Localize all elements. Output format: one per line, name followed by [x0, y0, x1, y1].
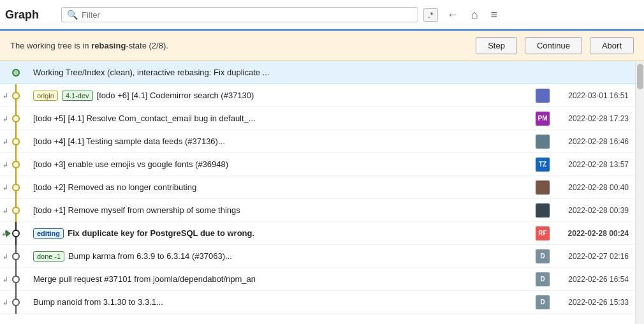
svg-text:↲: ↲ — [3, 276, 8, 283]
svg-point-31 — [13, 299, 19, 306]
commit-content: [todo +2] Removed as no longer contribut… — [32, 182, 536, 192]
commit-date: 2022-02-28 00:24 — [550, 229, 633, 238]
commit-content: Working Tree/Index (clean), interactive … — [32, 68, 633, 77]
abort-button[interactable]: Abort — [590, 37, 634, 54]
svg-point-15 — [13, 184, 19, 191]
commit-message: [todo +6] [4.1] Codemirror search (#3713… — [97, 91, 536, 100]
tag-badge: done -1 — [33, 251, 64, 261]
menu-icon: ≡ — [491, 8, 498, 21]
svg-text:↲: ↲ — [3, 253, 8, 260]
avatar — [536, 89, 550, 103]
graph-dot-cell: ↲ — [0, 176, 32, 199]
avatar: TZ — [536, 158, 550, 172]
graph-dot-cell: ↲ — [0, 153, 32, 176]
avatar: D — [536, 249, 550, 263]
commit-message: Bump karma from 6.3.9 to 6.3.14 (#37063)… — [68, 251, 536, 261]
graph-dot-cell: ↲ — [0, 245, 32, 268]
avatar — [536, 135, 550, 149]
svg-point-12 — [13, 161, 19, 168]
svg-text:↲: ↲ — [1, 230, 7, 237]
commit-row[interactable]: ↲[todo +1] Remove myself from ownership … — [0, 199, 635, 222]
commit-message: [todo +5] [4.1] Resolve Com_contact_emai… — [33, 114, 536, 123]
commit-date: 2022-02-28 16:46 — [550, 137, 633, 146]
commit-message: [todo +4] [4.1] Testing sample data feed… — [33, 136, 536, 146]
avatar — [536, 180, 550, 195]
commit-content: Bump nanoid from 3.1.30 to 3.3.1... — [32, 297, 536, 307]
commit-message: Bump nanoid from 3.1.30 to 3.3.1... — [33, 297, 536, 307]
commit-message: Fix duplicate key for PostgreSQL due to … — [68, 228, 536, 238]
svg-point-9 — [13, 138, 19, 145]
graph-dot-cell: ↲ — [0, 222, 32, 245]
filter-input-wrap: 🔍 — [61, 7, 418, 22]
commit-date: 2022-02-28 00:40 — [550, 183, 633, 192]
graph-dot-cell: ↲ — [0, 84, 32, 107]
app-title: Graph — [5, 8, 56, 22]
commit-content: done -1Bump karma from 6.3.9 to 6.3.14 (… — [32, 251, 536, 261]
svg-point-22 — [13, 230, 19, 237]
svg-text:↲: ↲ — [3, 207, 8, 214]
graph-dot-cell: ↲ — [0, 130, 32, 153]
tag-badge-branch: 4.1-dev — [62, 91, 93, 101]
avatar: D — [536, 272, 550, 286]
svg-text:↲: ↲ — [3, 92, 8, 99]
back-button[interactable]: ← — [443, 6, 462, 24]
commit-content: [todo +5] [4.1] Resolve Com_contact_emai… — [32, 114, 536, 123]
home-icon: ⌂ — [471, 8, 478, 21]
graph-dot-cell: ↲ — [0, 268, 32, 291]
svg-text:↲: ↲ — [3, 161, 8, 168]
commit-row[interactable]: ↲[todo +3] enable use emojis vs google f… — [0, 153, 635, 176]
commit-date: 2022-02-28 00:39 — [550, 206, 633, 215]
commit-row[interactable]: ↲origin4.1-dev[todo +6] [4.1] Codemirror… — [0, 84, 635, 107]
svg-point-6 — [13, 115, 19, 122]
commit-content: editingFix duplicate key for PostgreSQL … — [32, 228, 536, 239]
graph-dot-cell: ↲ — [0, 199, 32, 222]
svg-point-18 — [13, 207, 19, 214]
commit-row[interactable]: ↲Bump nanoid from 3.1.30 to 3.3.1...D202… — [0, 291, 635, 314]
commit-date: 2022-02-27 02:16 — [550, 252, 633, 261]
commit-content: [todo +3] enable use emojis vs google fo… — [32, 159, 536, 169]
graph-dot-cell: ↲ — [0, 107, 32, 130]
commit-content: Merge pull request #37101 from joomla/de… — [32, 274, 536, 284]
menu-button[interactable]: ≡ — [487, 6, 502, 24]
svg-point-28 — [13, 276, 19, 283]
tag-badge: origin — [33, 91, 58, 101]
regex-button[interactable]: .* — [423, 8, 438, 22]
scrollbar[interactable] — [635, 61, 644, 324]
commit-row[interactable]: ↲Merge pull request #37101 from joomla/d… — [0, 268, 635, 291]
rebase-message: The working tree is in rebasing-state (2… — [10, 41, 468, 50]
avatar: PM — [536, 112, 550, 126]
filter-input[interactable] — [82, 10, 413, 20]
scrollbar-thumb[interactable] — [637, 64, 643, 89]
commit-date: 2022-02-26 16:54 — [550, 275, 633, 284]
commit-row[interactable]: Working Tree/Index (clean), interactive … — [0, 61, 635, 84]
commit-date: 2022-03-01 16:51 — [550, 91, 633, 100]
avatar — [536, 203, 550, 217]
commit-message: [todo +1] Remove myself from ownership o… — [33, 205, 536, 215]
commit-message: Merge pull request #37101 from joomla/de… — [33, 274, 536, 284]
commit-date: 2022-02-28 17:23 — [550, 114, 633, 123]
commit-content: [todo +4] [4.1] Testing sample data feed… — [32, 136, 536, 146]
graph-area: Working Tree/Index (clean), interactive … — [0, 61, 644, 324]
svg-text:↲: ↲ — [3, 138, 8, 145]
svg-text:↲: ↲ — [3, 298, 8, 306]
header: Graph 🔍 .* ← ⌂ ≡ — [0, 0, 644, 31]
commit-message: [todo +2] Removed as no longer contribut… — [33, 182, 536, 192]
continue-button[interactable]: Continue — [525, 37, 582, 54]
graph-dot-cell — [0, 61, 32, 84]
commit-row[interactable]: ↲[todo +5] [4.1] Resolve Com_contact_ema… — [0, 107, 635, 130]
graph-dot-cell: ↲ — [0, 291, 32, 314]
svg-text:↲: ↲ — [3, 184, 8, 191]
commit-row[interactable]: ↲done -1Bump karma from 6.3.9 to 6.3.14 … — [0, 245, 635, 268]
commit-message: [todo +3] enable use emojis vs google fo… — [33, 159, 536, 169]
step-button[interactable]: Step — [476, 37, 517, 54]
commit-row[interactable]: ↲[todo +2] Removed as no longer contribu… — [0, 176, 635, 199]
avatar: D — [536, 295, 550, 309]
home-button[interactable]: ⌂ — [467, 6, 482, 24]
commit-message: Working Tree/Index (clean), interactive … — [33, 68, 633, 77]
rebase-banner: The working tree is in rebasing-state (2… — [0, 31, 644, 61]
commit-content: [todo +1] Remove myself from ownership o… — [32, 205, 536, 215]
commit-row[interactable]: ↲editingFix duplicate key for PostgreSQL… — [0, 222, 635, 245]
back-icon: ← — [447, 8, 458, 21]
commit-list[interactable]: Working Tree/Index (clean), interactive … — [0, 61, 635, 324]
commit-row[interactable]: ↲[todo +4] [4.1] Testing sample data fee… — [0, 130, 635, 153]
